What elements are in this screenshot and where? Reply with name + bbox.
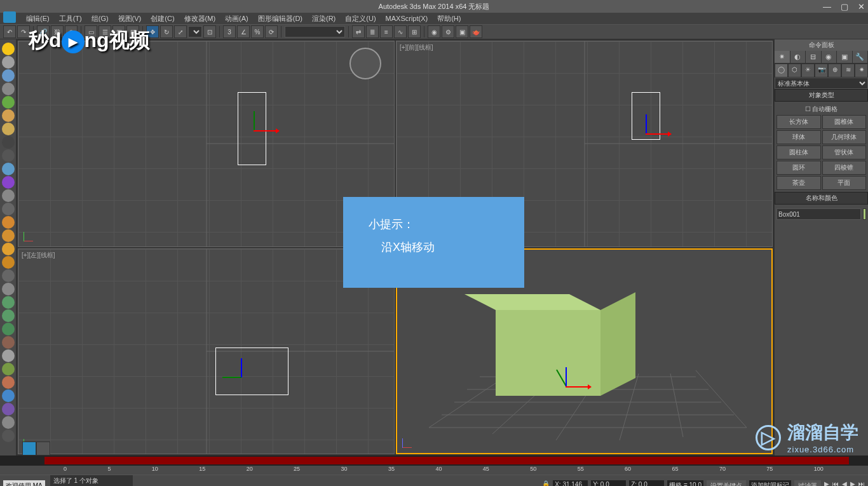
render-setup-button[interactable]: ⚙ <box>442 25 454 38</box>
object-name-input[interactable] <box>776 208 861 220</box>
layout-single[interactable] <box>36 442 50 456</box>
pivot-button[interactable]: ⊡ <box>203 25 216 38</box>
menu-item[interactable]: 组(G) <box>88 14 112 24</box>
menu-item[interactable]: 渲染(R) <box>308 14 339 24</box>
menu-item[interactable]: 创建(C) <box>147 14 178 24</box>
lights-category[interactable]: ☀ <box>801 64 815 78</box>
tool-button[interactable] <box>2 83 15 95</box>
tool-button[interactable] <box>2 56 15 69</box>
redo-button[interactable]: ↷ <box>17 25 30 38</box>
tool-button[interactable] <box>2 429 15 442</box>
tool-button[interactable] <box>2 123 15 135</box>
prev-frame-button[interactable]: ◀ <box>842 480 847 487</box>
tool-button[interactable] <box>2 256 15 269</box>
tool-button[interactable] <box>2 163 15 175</box>
tool-button[interactable] <box>2 203 15 215</box>
menu-item[interactable]: 帮助(H) <box>433 14 465 24</box>
spacewarps-category[interactable]: ≋ <box>841 64 855 78</box>
rotate-button[interactable]: ↻ <box>160 25 173 38</box>
render-button[interactable]: 🫖 <box>470 25 482 38</box>
primitive-button[interactable]: 圆柱体 <box>776 145 821 159</box>
play-button[interactable]: ▶ <box>824 480 829 487</box>
viewport-top[interactable]: [+][顶][线框] <box>18 41 395 247</box>
auto-grid-checkbox[interactable]: ☐ 自动栅格 <box>776 104 866 115</box>
tool-button[interactable] <box>2 216 15 229</box>
geometry-category[interactable]: ◯ <box>775 64 788 78</box>
material-button[interactable]: ◉ <box>428 25 440 38</box>
select-button[interactable]: ▭ <box>85 25 97 38</box>
tool-button[interactable] <box>2 136 15 149</box>
cameras-category[interactable]: 📷 <box>815 64 828 78</box>
create-tab[interactable]: ✷ <box>775 51 790 63</box>
viewcube[interactable] <box>349 48 381 79</box>
schematic-button[interactable]: ⊞ <box>408 25 421 38</box>
app-icon[interactable] <box>3 11 16 23</box>
tool-button[interactable] <box>2 323 15 335</box>
key-filters-button[interactable]: 过滤器 <box>794 480 821 487</box>
tool-button[interactable] <box>2 309 15 322</box>
color-swatch[interactable] <box>863 208 866 220</box>
tool-button[interactable] <box>2 96 15 109</box>
menu-item[interactable]: 修改器(M) <box>180 14 220 24</box>
primitive-button[interactable]: 圆椎体 <box>822 115 867 129</box>
utilities-tab[interactable]: 🔧 <box>853 51 869 63</box>
minimize-button[interactable]: — <box>823 2 831 11</box>
object-type-rollout[interactable]: 对象类型 <box>775 89 868 102</box>
helpers-category[interactable]: ⊕ <box>828 64 841 78</box>
menu-item[interactable]: 图形编辑器(D) <box>254 14 306 24</box>
tool-button[interactable] <box>2 149 15 162</box>
named-selection-dropdown[interactable]: 创建选择集 <box>285 26 345 37</box>
tool-button[interactable] <box>2 69 15 82</box>
link-button[interactable]: 🔗 <box>37 25 50 38</box>
tool-button[interactable] <box>2 189 15 202</box>
name-color-rollout[interactable]: 名称和颜色 <box>775 192 868 205</box>
viewport-left[interactable]: [+][左][线框] <box>18 248 395 455</box>
snap-button[interactable]: 3 <box>223 25 236 38</box>
menu-item[interactable]: 编辑(E) <box>22 14 53 24</box>
ref-coord-dropdown[interactable]: 视图 <box>188 26 202 37</box>
primitive-button[interactable]: 四棱锥 <box>822 161 867 175</box>
next-frame-button[interactable]: ▶ <box>850 480 855 487</box>
coord-y[interactable]: Y: 0.0 <box>591 480 626 487</box>
tool-button[interactable] <box>2 389 15 402</box>
curve-editor-button[interactable]: ∿ <box>394 25 407 38</box>
tool-button[interactable] <box>2 43 15 55</box>
tool-button[interactable] <box>2 403 15 415</box>
menu-item[interactable]: 视图(V) <box>114 14 146 24</box>
undo-button[interactable]: ↶ <box>3 25 16 38</box>
percent-snap-button[interactable]: % <box>251 25 264 38</box>
subtype-dropdown[interactable]: 标准基本体 <box>775 78 868 89</box>
spinner-snap-button[interactable]: ⟳ <box>265 25 278 38</box>
add-time-tag[interactable]: 添加时间标记 <box>749 480 791 487</box>
primitive-button[interactable]: 平面 <box>822 176 867 190</box>
primitive-button[interactable]: 长方体 <box>776 115 821 129</box>
close-button[interactable]: ✕ <box>858 2 865 11</box>
primitive-button[interactable]: 圆环 <box>776 161 821 175</box>
tool-button[interactable] <box>2 349 15 362</box>
lock-icon[interactable]: 🔒 <box>542 480 550 487</box>
move-button[interactable]: ✥ <box>146 25 159 38</box>
time-slider-track[interactable] <box>44 457 849 464</box>
primitive-button[interactable]: 球体 <box>776 130 821 144</box>
tool-button[interactable] <box>2 229 15 242</box>
window-crossing-button[interactable]: ⊞ <box>126 25 139 38</box>
coord-z[interactable]: Z: 0.0 <box>629 480 664 487</box>
tool-button[interactable] <box>2 283 15 295</box>
tool-button[interactable] <box>2 109 15 122</box>
angle-snap-button[interactable]: ∠ <box>237 25 250 38</box>
tool-button[interactable] <box>2 336 15 349</box>
select-name-button[interactable]: ☰ <box>98 25 111 38</box>
primitive-button[interactable]: 茶壶 <box>776 176 821 190</box>
set-key-button[interactable]: 设置关键点 <box>707 480 746 487</box>
tool-button[interactable] <box>2 296 15 309</box>
mirror-button[interactable]: ⇄ <box>352 25 365 38</box>
modify-tab[interactable]: ◐ <box>790 51 806 63</box>
tool-button[interactable] <box>2 376 15 389</box>
menu-item[interactable]: 自定义(U) <box>341 14 379 24</box>
tool-button[interactable] <box>2 363 15 375</box>
maximize-button[interactable]: ▢ <box>841 2 848 11</box>
scale-button[interactable]: ⤢ <box>174 25 187 38</box>
menu-item[interactable]: MAXScript(X) <box>382 15 432 22</box>
select-region-button[interactable]: ◫ <box>112 25 125 38</box>
goto-start-button[interactable]: ⏮ <box>832 480 839 487</box>
